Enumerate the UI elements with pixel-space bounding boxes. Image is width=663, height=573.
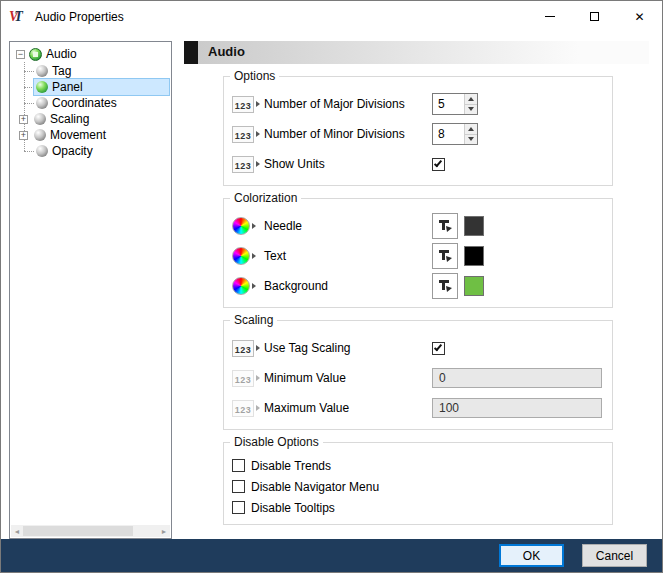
text-label: Text	[264, 249, 432, 263]
dropdown-arrow-icon	[256, 405, 260, 411]
disable-options-group: Disable Options Disable Trends Disable N…	[223, 442, 613, 525]
number-icon: 123	[232, 156, 254, 173]
tree-item-tag[interactable]: Tag	[24, 63, 169, 79]
needle-color-swatch[interactable]	[464, 216, 484, 236]
background-color-type-button[interactable]	[232, 277, 264, 295]
tree-connector	[24, 71, 34, 72]
tree-item-label: Panel	[52, 80, 85, 94]
tree-item-label: Tag	[52, 64, 73, 78]
panel-header: Audio	[184, 41, 649, 64]
text-color-type-button[interactable]	[232, 247, 264, 265]
number-icon: 123	[232, 96, 254, 113]
disable-navigator-menu-label: Disable Navigator Menu	[251, 480, 379, 494]
color-wheel-icon	[232, 247, 250, 265]
expand-icon[interactable]: +	[19, 131, 28, 140]
header-accent-bar	[184, 41, 198, 64]
show-units-type-button[interactable]: 123	[232, 156, 264, 173]
check-icon	[434, 342, 442, 351]
sphere-icon	[34, 129, 46, 141]
spin-up-icon	[468, 127, 474, 131]
use-tag-scaling-checkbox[interactable]	[432, 342, 445, 355]
minor-divisions-value[interactable]: 8	[433, 124, 464, 144]
number-icon: 123	[232, 400, 254, 417]
colorization-group-title: Colorization	[230, 191, 301, 205]
maximize-button[interactable]	[572, 1, 617, 32]
text-color-picker-button[interactable]	[432, 243, 458, 269]
sphere-icon	[36, 145, 48, 157]
background-color-row: Background	[232, 271, 604, 301]
spin-up-button[interactable]	[465, 124, 477, 134]
spin-up-button[interactable]	[465, 94, 477, 104]
tree-item-panel[interactable]: Panel	[24, 79, 169, 95]
tree-children: Tag Panel Coordinates + Scaling + Moveme…	[24, 63, 169, 159]
needle-color-type-button[interactable]	[232, 217, 264, 235]
scroll-right-icon[interactable]: ►	[158, 525, 170, 537]
scaling-group: Scaling 123 Use Tag Scaling 123 Minimum …	[223, 320, 613, 430]
expand-icon[interactable]: +	[19, 115, 28, 124]
logo-letter-t: T	[14, 9, 23, 24]
show-units-row: 123 Show Units	[232, 149, 604, 179]
major-divisions-type-button[interactable]: 123	[232, 96, 264, 113]
tree-item-audio-root[interactable]: − Audio	[12, 46, 169, 62]
scrollbar-thumb[interactable]	[23, 526, 133, 536]
use-tag-scaling-type-button[interactable]: 123	[232, 340, 264, 357]
ok-button[interactable]: OK	[499, 544, 564, 567]
disable-trends-row: Disable Trends	[232, 455, 604, 476]
show-units-checkbox[interactable]	[432, 158, 445, 171]
text-color-swatch[interactable]	[464, 246, 484, 266]
needle-color-picker-button[interactable]	[432, 213, 458, 239]
needle-label: Needle	[264, 219, 432, 233]
text-color-row: Text	[232, 241, 604, 271]
window-controls: ✕	[527, 1, 662, 32]
scaling-group-title: Scaling	[230, 313, 277, 327]
background-color-swatch[interactable]	[464, 276, 484, 296]
use-tag-scaling-label: Use Tag Scaling	[264, 341, 432, 355]
cancel-button[interactable]: Cancel	[582, 544, 647, 567]
dropdown-arrow-icon	[256, 131, 260, 137]
options-group: Options 123 Number of Major Divisions 5 …	[223, 76, 613, 186]
audio-root-icon	[29, 48, 42, 61]
disable-trends-checkbox[interactable]	[232, 459, 245, 472]
disable-trends-label: Disable Trends	[251, 459, 331, 473]
spin-down-button[interactable]	[465, 104, 477, 115]
maximum-value-label: Maximum Value	[264, 401, 432, 415]
major-divisions-spinner[interactable]: 5	[432, 93, 478, 115]
window-title: Audio Properties	[35, 10, 124, 24]
minimum-value-type-button: 123	[232, 370, 264, 387]
scroll-left-icon[interactable]: ◄	[11, 525, 23, 537]
minor-divisions-type-button[interactable]: 123	[232, 126, 264, 143]
minor-divisions-spinner[interactable]: 8	[432, 123, 478, 145]
tree-root-label: Audio	[46, 47, 79, 61]
tree-connector	[24, 151, 34, 152]
tree-item-coordinates[interactable]: Coordinates	[24, 95, 169, 111]
tree-item-label: Coordinates	[52, 96, 119, 110]
background-color-picker-button[interactable]	[432, 273, 458, 299]
spin-up-icon	[468, 97, 474, 101]
minimize-button[interactable]	[527, 1, 572, 32]
minimum-value-label: Minimum Value	[264, 371, 432, 385]
tree-item-label: Movement	[50, 128, 108, 142]
close-button[interactable]: ✕	[617, 1, 662, 32]
sphere-icon	[34, 113, 46, 125]
major-divisions-label: Number of Major Divisions	[264, 97, 432, 111]
disable-tooltips-label: Disable Tooltips	[251, 501, 335, 515]
dialog-footer: OK Cancel	[1, 539, 662, 572]
disable-navigator-menu-checkbox[interactable]	[232, 480, 245, 493]
horizontal-scrollbar[interactable]: ◄ ►	[11, 525, 170, 537]
number-icon: 123	[232, 340, 254, 357]
tree-item-movement[interactable]: + Movement	[24, 127, 169, 143]
check-icon	[434, 158, 442, 167]
color-picker-icon	[437, 248, 453, 264]
tree-item-label: Opacity	[52, 144, 95, 158]
titlebar: VT Audio Properties ✕	[1, 1, 662, 32]
disable-options-group-title: Disable Options	[230, 435, 323, 449]
tree-item-opacity[interactable]: Opacity	[24, 143, 169, 159]
disable-tooltips-checkbox[interactable]	[232, 501, 245, 514]
collapse-icon[interactable]: −	[16, 50, 25, 59]
spin-down-button[interactable]	[465, 134, 477, 145]
minimum-value-input: 0	[432, 368, 602, 388]
tree-connector	[24, 103, 34, 104]
major-divisions-value[interactable]: 5	[433, 94, 464, 114]
maximum-value-input: 100	[432, 398, 602, 418]
tree-item-scaling[interactable]: + Scaling	[24, 111, 169, 127]
